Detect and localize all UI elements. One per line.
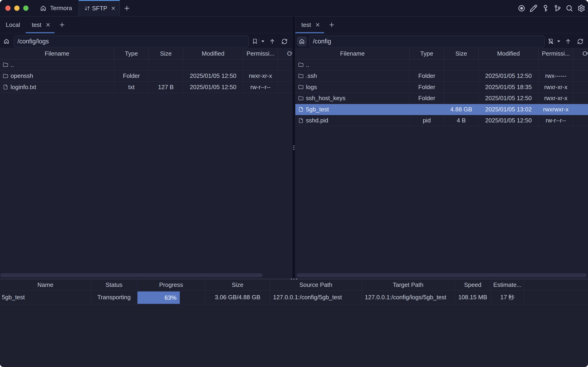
column-header-owner[interactable]: Ow <box>278 48 292 59</box>
tab-test-left[interactable]: test <box>26 17 54 33</box>
app-window: Termora SFTP <box>0 0 588 367</box>
column-header-permissions[interactable]: Permissi... <box>243 48 278 59</box>
column-header-filename[interactable]: Filename <box>0 48 114 59</box>
file-name: .. <box>11 61 14 68</box>
file-owner <box>573 115 588 126</box>
path-input[interactable]: /config/logs <box>14 36 249 47</box>
key-icon[interactable] <box>542 4 549 12</box>
left-pathbar: /config/logs <box>0 33 292 48</box>
branch-icon[interactable] <box>554 4 561 12</box>
transfer-estimate: 17 <box>491 291 524 304</box>
column-header-progress[interactable]: Progress <box>137 279 205 290</box>
file-permissions: rwxr-xr-x <box>539 82 573 93</box>
tab-test-right[interactable]: test <box>295 17 324 33</box>
file-row[interactable]: .sshFolder2025/01/05 12:50rwx------ <box>295 70 588 82</box>
file-modified: 2025/01/05 12:50 <box>183 70 243 82</box>
transfer-row[interactable]: 5gb_testTransporting63%3.06 GB/4.88 GB12… <box>0 291 588 304</box>
up-directory-icon[interactable] <box>269 38 275 45</box>
column-header-filename[interactable]: Filename <box>295 48 410 59</box>
new-tab-button[interactable] <box>124 5 130 11</box>
column-header-estimate[interactable]: Estimate... <box>491 279 524 290</box>
file-size: 127 B <box>149 82 183 93</box>
tab-local[interactable]: Local <box>0 17 26 33</box>
column-header-target-path[interactable]: Target Path <box>362 279 455 290</box>
tab-termora-label: Termora <box>50 5 72 12</box>
file-type: Folder <box>410 82 444 93</box>
add-panel-tab-button[interactable] <box>329 22 335 28</box>
panel-splitter[interactable] <box>292 17 295 279</box>
zoom-window-button[interactable] <box>23 6 28 11</box>
settings-gear-icon[interactable] <box>577 4 585 12</box>
column-header-modified[interactable]: Modified <box>478 48 539 59</box>
file-owner <box>573 104 588 115</box>
column-header-size[interactable]: Size <box>444 48 478 59</box>
file-name: .ssh <box>306 72 317 79</box>
home-button[interactable] <box>297 36 307 46</box>
column-header-type[interactable]: Type <box>410 48 444 59</box>
tab-termora[interactable]: Termora <box>40 5 72 12</box>
column-header-modified[interactable]: Modified <box>183 48 243 59</box>
close-tab-icon[interactable] <box>45 22 51 28</box>
file-name: .. <box>306 61 309 68</box>
sftp-panel-left: Local test /config/logs <box>0 17 292 279</box>
file-row[interactable]: logsFolder2025/01/05 18:35rwxr-xr-x <box>295 82 588 93</box>
home-button[interactable] <box>1 36 11 46</box>
path-input[interactable]: /config <box>309 36 545 47</box>
file-type <box>114 59 149 70</box>
right-horizontal-scrollbar <box>295 273 588 277</box>
grip-dot <box>294 279 295 280</box>
refresh-icon[interactable] <box>281 38 288 45</box>
column-header-type[interactable]: Type <box>114 48 149 59</box>
transfer-speed: 108.15 MB <box>455 291 491 304</box>
minimize-window-button[interactable] <box>14 6 19 11</box>
column-header-status[interactable]: Status <box>91 279 137 290</box>
edit-pencil-icon[interactable] <box>530 4 537 12</box>
tab-local-label: Local <box>6 21 20 28</box>
file-modified: 2025/01/05 12:50 <box>478 70 539 82</box>
file-row[interactable]: .. <box>295 59 588 71</box>
transfers-header: Name Status Progress Size Source Path Ta… <box>0 279 588 291</box>
file-row[interactable]: opensshFolder2025/01/05 12:50rwxr-xr-x <box>0 70 292 82</box>
file-row[interactable]: loginfo.txttxt127 B2025/01/05 12:50rw-r-… <box>0 82 292 93</box>
file-row[interactable]: sshd.pidpid4 B2025/01/05 12:50rw-r--r-- <box>295 115 588 126</box>
file-row[interactable]: .. <box>0 59 292 71</box>
add-panel-tab-button[interactable] <box>59 22 65 28</box>
file-modified: 2025/01/05 13:02 <box>478 104 539 115</box>
column-header-size[interactable]: Size <box>205 279 270 290</box>
bookmark-dropdown-icon[interactable] <box>261 40 264 42</box>
estimate-number: 17 <box>500 294 507 301</box>
column-header-speed[interactable]: Speed <box>455 279 491 290</box>
search-icon[interactable] <box>565 4 573 12</box>
bookmark-dropdown-icon[interactable] <box>557 40 560 42</box>
file-permissions: rwxrwxr-x <box>539 104 573 115</box>
transfer-progress-cell: 63% <box>137 291 205 304</box>
transfers-splitter[interactable] <box>0 279 588 279</box>
file-name: ssh_host_keys <box>306 95 346 102</box>
refresh-icon[interactable] <box>577 38 583 45</box>
scrollbar-thumb[interactable] <box>0 273 263 277</box>
tab-sftp[interactable]: SFTP <box>79 0 120 17</box>
scrollbar-thumb[interactable] <box>297 273 587 277</box>
file-modified: 2025/01/05 12:50 <box>183 82 243 93</box>
column-header-permissions[interactable]: Permissi... <box>539 48 573 59</box>
up-directory-icon[interactable] <box>565 38 571 45</box>
file-modified <box>478 59 539 70</box>
file-name: sshd.pid <box>306 117 328 124</box>
column-header-name[interactable]: Name <box>0 279 91 290</box>
column-header-source-path[interactable]: Source Path <box>270 279 362 290</box>
column-header-size[interactable]: Size <box>149 48 183 59</box>
file-owner <box>278 70 292 82</box>
bookmark-icon[interactable] <box>252 38 258 44</box>
record-icon[interactable] <box>518 4 526 12</box>
close-tab-icon[interactable] <box>315 22 320 28</box>
file-row[interactable]: 5gb_test4.88 GB2025/01/05 13:02rwxrwxr-x <box>295 104 588 115</box>
bookmark-slash-icon[interactable] <box>548 38 554 44</box>
transfer-size: 3.06 GB/4.88 GB <box>205 291 270 304</box>
file-owner <box>278 82 292 93</box>
tab-sftp-label: SFTP <box>92 5 107 12</box>
transfer-arrows-icon <box>84 6 90 11</box>
file-row[interactable]: ssh_host_keysFolder2025/01/05 12:50rwxr-… <box>295 93 588 104</box>
close-window-button[interactable] <box>5 6 11 11</box>
close-tab-icon[interactable] <box>111 5 116 11</box>
column-header-owner[interactable]: Ow <box>573 48 588 59</box>
